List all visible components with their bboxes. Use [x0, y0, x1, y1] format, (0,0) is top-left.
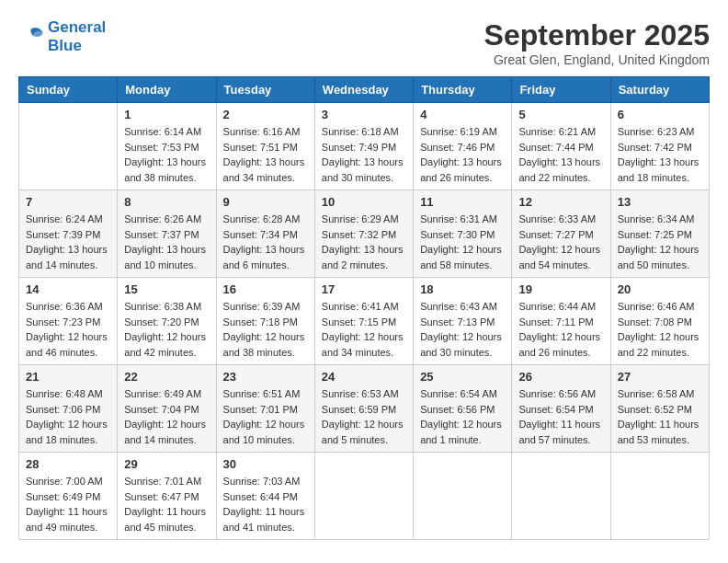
day-number: 13: [618, 195, 702, 209]
day-number: 29: [124, 457, 209, 471]
day-info: Sunrise: 6:44 AMSunset: 7:11 PMDaylight:…: [518, 299, 603, 360]
day-cell: 29Sunrise: 7:01 AMSunset: 6:47 PMDayligh…: [118, 453, 216, 540]
day-number: 7: [26, 195, 110, 209]
week-row-1: 1Sunrise: 6:14 AMSunset: 7:53 PMDaylight…: [19, 103, 710, 190]
day-info: Sunrise: 6:41 AMSunset: 7:15 PMDaylight:…: [322, 299, 406, 360]
day-info: Sunrise: 7:01 AMSunset: 6:47 PMDaylight:…: [124, 474, 209, 534]
day-cell: 14Sunrise: 6:36 AMSunset: 7:23 PMDayligh…: [19, 278, 118, 365]
month-title: September 2025: [484, 18, 710, 52]
weekday-header-monday: Monday: [118, 77, 216, 103]
day-cell: 19Sunrise: 6:44 AMSunset: 7:11 PMDayligh…: [512, 278, 610, 365]
day-info: Sunrise: 6:39 AMSunset: 7:18 PMDaylight:…: [223, 299, 308, 360]
location: Great Glen, England, United Kingdom: [484, 52, 710, 67]
day-cell: 10Sunrise: 6:29 AMSunset: 7:32 PMDayligh…: [314, 190, 413, 278]
day-info: Sunrise: 6:33 AMSunset: 7:27 PMDaylight:…: [518, 212, 603, 272]
day-info: Sunrise: 6:51 AMSunset: 7:01 PMDaylight:…: [223, 386, 308, 447]
day-info: Sunrise: 6:31 AMSunset: 7:30 PMDaylight:…: [420, 212, 505, 272]
day-info: Sunrise: 6:28 AMSunset: 7:34 PMDaylight:…: [223, 212, 308, 272]
day-number: 26: [518, 370, 603, 384]
day-cell: 22Sunrise: 6:49 AMSunset: 7:04 PMDayligh…: [118, 365, 216, 453]
day-info: Sunrise: 6:48 AMSunset: 7:06 PMDaylight:…: [26, 386, 110, 447]
week-row-2: 7Sunrise: 6:24 AMSunset: 7:39 PMDaylight…: [19, 190, 710, 278]
day-number: 27: [618, 370, 702, 384]
day-cell: [512, 453, 610, 540]
logo: General Blue: [18, 18, 106, 56]
day-number: 17: [322, 282, 406, 296]
day-cell: 12Sunrise: 6:33 AMSunset: 7:27 PMDayligh…: [512, 190, 610, 278]
day-info: Sunrise: 6:16 AMSunset: 7:51 PMDaylight:…: [223, 124, 308, 185]
day-cell: 11Sunrise: 6:31 AMSunset: 7:30 PMDayligh…: [414, 190, 512, 278]
day-info: Sunrise: 6:23 AMSunset: 7:42 PMDaylight:…: [618, 124, 702, 185]
day-number: 19: [518, 282, 603, 296]
day-cell: 8Sunrise: 6:26 AMSunset: 7:37 PMDaylight…: [118, 190, 216, 278]
day-number: 14: [26, 282, 110, 296]
day-cell: 7Sunrise: 6:24 AMSunset: 7:39 PMDaylight…: [19, 190, 118, 278]
svg-rect-0: [18, 24, 44, 50]
day-number: 2: [223, 108, 308, 121]
day-info: Sunrise: 6:18 AMSunset: 7:49 PMDaylight:…: [322, 124, 406, 185]
day-cell: 18Sunrise: 6:43 AMSunset: 7:13 PMDayligh…: [414, 278, 512, 365]
generalblue-logo-icon: [18, 24, 44, 50]
day-cell: 1Sunrise: 6:14 AMSunset: 7:53 PMDaylight…: [118, 103, 216, 190]
day-info: Sunrise: 6:24 AMSunset: 7:39 PMDaylight:…: [26, 212, 110, 272]
day-cell: [314, 453, 413, 540]
day-number: 23: [223, 370, 308, 384]
day-cell: 16Sunrise: 6:39 AMSunset: 7:18 PMDayligh…: [216, 278, 314, 365]
weekday-header-tuesday: Tuesday: [216, 77, 314, 103]
weekday-header-sunday: Sunday: [19, 77, 118, 103]
week-row-5: 28Sunrise: 7:00 AMSunset: 6:49 PMDayligh…: [19, 453, 710, 540]
logo-text: General Blue: [48, 18, 106, 56]
day-info: Sunrise: 6:38 AMSunset: 7:20 PMDaylight:…: [124, 299, 209, 360]
day-info: Sunrise: 7:03 AMSunset: 6:44 PMDaylight:…: [223, 474, 308, 534]
day-number: 18: [420, 282, 505, 296]
day-cell: 13Sunrise: 6:34 AMSunset: 7:25 PMDayligh…: [610, 190, 709, 278]
day-info: Sunrise: 6:26 AMSunset: 7:37 PMDaylight:…: [124, 212, 209, 272]
day-info: Sunrise: 6:54 AMSunset: 6:56 PMDaylight:…: [420, 386, 505, 447]
day-cell: 17Sunrise: 6:41 AMSunset: 7:15 PMDayligh…: [314, 278, 413, 365]
weekday-header-row: SundayMondayTuesdayWednesdayThursdayFrid…: [19, 77, 710, 103]
day-info: Sunrise: 6:29 AMSunset: 7:32 PMDaylight:…: [322, 212, 406, 272]
day-number: 15: [124, 282, 209, 296]
day-cell: 3Sunrise: 6:18 AMSunset: 7:49 PMDaylight…: [314, 103, 413, 190]
day-number: 6: [618, 108, 702, 121]
day-cell: 21Sunrise: 6:48 AMSunset: 7:06 PMDayligh…: [19, 365, 118, 453]
day-number: 1: [124, 108, 209, 121]
day-number: 11: [420, 195, 505, 209]
day-number: 5: [518, 108, 603, 121]
day-cell: 23Sunrise: 6:51 AMSunset: 7:01 PMDayligh…: [216, 365, 314, 453]
day-info: Sunrise: 7:00 AMSunset: 6:49 PMDaylight:…: [26, 474, 110, 534]
weekday-header-thursday: Thursday: [414, 77, 512, 103]
weekday-header-friday: Friday: [512, 77, 610, 103]
day-cell: 28Sunrise: 7:00 AMSunset: 6:49 PMDayligh…: [19, 453, 118, 540]
day-number: 22: [124, 370, 209, 384]
week-row-3: 14Sunrise: 6:36 AMSunset: 7:23 PMDayligh…: [19, 278, 710, 365]
day-number: 20: [618, 282, 702, 296]
day-number: 25: [420, 370, 505, 384]
day-info: Sunrise: 6:36 AMSunset: 7:23 PMDaylight:…: [26, 299, 110, 360]
day-info: Sunrise: 6:14 AMSunset: 7:53 PMDaylight:…: [124, 124, 209, 185]
day-cell: 24Sunrise: 6:53 AMSunset: 6:59 PMDayligh…: [314, 365, 413, 453]
day-cell: 2Sunrise: 6:16 AMSunset: 7:51 PMDaylight…: [216, 103, 314, 190]
day-cell: [610, 453, 709, 540]
day-info: Sunrise: 6:49 AMSunset: 7:04 PMDaylight:…: [124, 386, 209, 447]
day-number: 28: [26, 457, 110, 471]
day-number: 21: [26, 370, 110, 384]
day-info: Sunrise: 6:46 AMSunset: 7:08 PMDaylight:…: [618, 299, 702, 360]
day-number: 30: [223, 457, 308, 471]
day-cell: 5Sunrise: 6:21 AMSunset: 7:44 PMDaylight…: [512, 103, 610, 190]
day-info: Sunrise: 6:58 AMSunset: 6:52 PMDaylight:…: [618, 386, 702, 447]
day-cell: 25Sunrise: 6:54 AMSunset: 6:56 PMDayligh…: [414, 365, 512, 453]
day-cell: [19, 103, 118, 190]
day-cell: 27Sunrise: 6:58 AMSunset: 6:52 PMDayligh…: [610, 365, 709, 453]
day-number: 24: [322, 370, 406, 384]
day-cell: 26Sunrise: 6:56 AMSunset: 6:54 PMDayligh…: [512, 365, 610, 453]
weekday-header-saturday: Saturday: [610, 77, 709, 103]
day-number: 8: [124, 195, 209, 209]
calendar: SundayMondayTuesdayWednesdayThursdayFrid…: [18, 76, 710, 540]
day-number: 10: [322, 195, 406, 209]
day-cell: 4Sunrise: 6:19 AMSunset: 7:46 PMDaylight…: [414, 103, 512, 190]
day-info: Sunrise: 6:56 AMSunset: 6:54 PMDaylight:…: [518, 386, 603, 447]
day-info: Sunrise: 6:19 AMSunset: 7:46 PMDaylight:…: [420, 124, 505, 185]
day-cell: 30Sunrise: 7:03 AMSunset: 6:44 PMDayligh…: [216, 453, 314, 540]
day-cell: 15Sunrise: 6:38 AMSunset: 7:20 PMDayligh…: [118, 278, 216, 365]
